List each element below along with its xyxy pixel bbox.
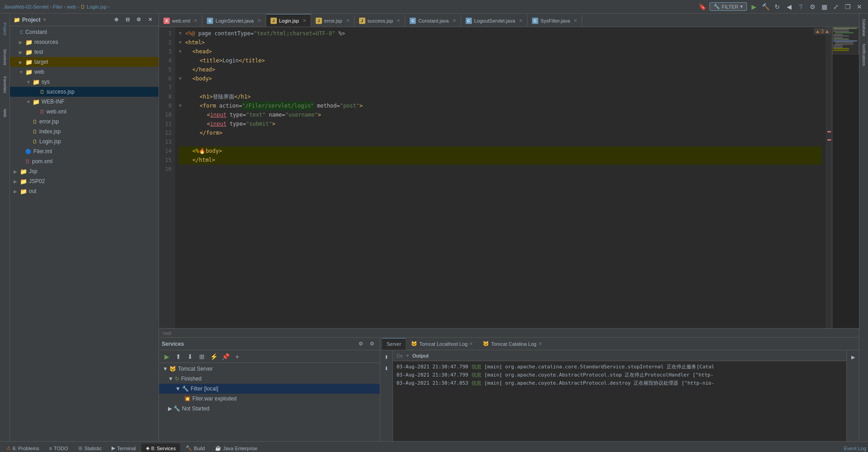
tab-error-jsp[interactable]: J error.jsp ✕: [311, 14, 355, 27]
tree-item-test[interactable]: ▶ 📁 test: [10, 47, 159, 57]
minimap-viewport[interactable]: [832, 27, 859, 54]
btm-tab-services[interactable]: ◈ 8: Services: [141, 443, 180, 452]
services-config-icon[interactable]: ⚙: [367, 339, 377, 349]
svc-tomcat-server[interactable]: ▼ 🐱 Tomcat Server: [159, 364, 380, 374]
log-scroll-right-icon[interactable]: ▶: [848, 352, 858, 362]
tab-login-jsp[interactable]: J Login.jsp ✕: [266, 14, 311, 27]
collapse-icon[interactable]: ⊟: [122, 15, 132, 25]
nav-back-icon[interactable]: ◀: [784, 2, 794, 12]
folder-icon: 📁: [25, 39, 33, 46]
align-top-icon[interactable]: ⬆: [173, 352, 183, 362]
tab-close-icon[interactable]: ✕: [538, 341, 542, 346]
tree-item-jsp[interactable]: ▶ 📁 Jsp: [10, 166, 159, 176]
restore-icon[interactable]: ❐: [843, 2, 853, 12]
tab-close-icon[interactable]: ✕: [469, 341, 473, 346]
tree-item-login-jsp[interactable]: 🗋 Login.jsp: [10, 137, 159, 146]
side-tab-notifications[interactable]: Notifications: [861, 40, 867, 70]
tree-item-out[interactable]: ▶ 📁 out: [10, 186, 159, 196]
close-icon[interactable]: ✕: [854, 2, 864, 12]
bookmark-icon[interactable]: 🔖: [698, 2, 708, 12]
tree-item-sys[interactable]: ▼ 📁 sys: [10, 77, 159, 87]
btm-tab-terminal[interactable]: ▶ Terminal: [107, 443, 140, 452]
svc-filer-war[interactable]: 💥 Filer:war exploded: [159, 394, 380, 404]
btm-tab-problems[interactable]: ⚠ 6: Problems: [2, 443, 44, 452]
tab-web-xml[interactable]: X web.xml ✕: [159, 14, 202, 27]
side-tab-database[interactable]: Database: [861, 15, 867, 40]
run-all-icon[interactable]: ▶: [162, 352, 172, 362]
tab-close-icon[interactable]: ✕: [397, 18, 400, 23]
svc-not-started[interactable]: ▶ 🔧 Not Started: [159, 404, 380, 414]
locate-icon[interactable]: ⊕: [111, 15, 121, 25]
vtab-web[interactable]: Web: [0, 99, 9, 127]
tab-close-icon[interactable]: ✕: [257, 18, 261, 23]
tree-item-success-jsp[interactable]: 🗋 success.jsp: [10, 87, 159, 97]
tab-close-icon[interactable]: ✕: [346, 18, 350, 23]
tab-close-icon[interactable]: ✕: [453, 18, 456, 23]
btm-tab-statistic[interactable]: ◎ Statistic: [74, 443, 107, 452]
help-icon[interactable]: ?: [796, 2, 806, 12]
filter-button[interactable]: 🔧 FILTER ▾: [709, 2, 747, 11]
tab-close-icon[interactable]: ✕: [574, 18, 577, 23]
project-settings-icon[interactable]: ⚙: [134, 15, 144, 25]
event-log-link[interactable]: Event Log: [844, 446, 866, 451]
btm-tab-build[interactable]: 🔨 Build: [181, 443, 209, 452]
folder-icon: 📁: [14, 17, 20, 23]
project-close-icon[interactable]: ✕: [145, 15, 155, 25]
tree-item-web-xml[interactable]: 🗋 web.xml: [10, 107, 159, 117]
code-content[interactable]: ▼ <%@ page contentType="text/html;charse…: [175, 27, 826, 328]
tree-item-web-inf[interactable]: ▼ 📁 WEB-INF: [10, 97, 159, 107]
tab-logoutservlet[interactable]: C LogoutServlet.java ✕: [461, 14, 527, 27]
tree-item-pom-xml[interactable]: 🗋 pom.xml: [10, 156, 159, 166]
tab-constant-java[interactable]: C Constant.java ✕: [405, 14, 461, 27]
btm-tab-todo[interactable]: ≡ TODO: [45, 444, 73, 452]
log-line-2: 03-Aug-2021 21:30:47.799 信息 [main] org.a…: [397, 371, 843, 379]
add-svc-icon[interactable]: +: [232, 352, 242, 362]
run-icon[interactable]: ▶: [749, 2, 759, 12]
tab-loginservlet[interactable]: C LoginServlet.java ✕: [202, 14, 266, 27]
bc-file-icon: 🗋: [80, 4, 85, 9]
tree-item-index-jsp[interactable]: 🗋 index.jsp: [10, 127, 159, 137]
vtab-structure[interactable]: Structure: [0, 43, 9, 71]
align-bottom-icon[interactable]: ⬇: [185, 352, 195, 362]
settings-icon[interactable]: ⚙: [807, 2, 817, 12]
reload-icon[interactable]: ↻: [772, 2, 782, 12]
tab-close-icon[interactable]: ✕: [519, 18, 523, 23]
pin-icon[interactable]: 📌: [220, 352, 230, 362]
tab-success-jsp[interactable]: J success.jsp ✕: [355, 14, 406, 27]
tree-item-filer-iml[interactable]: 🔵 Filer.iml: [10, 146, 159, 156]
bc-login-jsp[interactable]: Login.jsp: [87, 4, 107, 9]
tree-item-resources[interactable]: ▶ 📁 resources: [10, 37, 159, 47]
scroll-up-icon[interactable]: ⬆: [382, 352, 392, 362]
layout-icon[interactable]: ▦: [819, 2, 829, 12]
vtab-favorites[interactable]: Favorites: [0, 71, 9, 99]
svc-filter-local[interactable]: ▼ 🔧 Filter [local]: [159, 384, 380, 394]
tree-item-web[interactable]: ▼ 📁 web: [10, 67, 159, 77]
btm-tab-java-enterprise[interactable]: ☕ Java Enterprise: [210, 443, 262, 452]
tree-item-constant[interactable]: C Constant: [10, 27, 159, 37]
bc-project[interactable]: JavaWeb-02-Servlet: [4, 4, 48, 9]
log-tab-catalina[interactable]: 🐱 Tomcat Catalina Log ✕: [478, 338, 546, 350]
log-tab-localhost[interactable]: 🐱 Tomcat Localhost Log ✕: [406, 338, 477, 350]
tree-item-target[interactable]: ▶ 📁 target: [10, 57, 159, 67]
filter-svc-icon[interactable]: ⚡: [209, 352, 219, 362]
svc-finished[interactable]: ▼ ↻ Finished: [159, 374, 380, 384]
tree-item-jsp02[interactable]: ▶ 📁 JSP02: [10, 176, 159, 186]
bc-filer[interactable]: Filer: [53, 4, 62, 9]
warn-count[interactable]: ▲ 3 ▲: [814, 28, 831, 34]
log-right-toolbar: ▶: [846, 350, 859, 441]
services-settings-icon[interactable]: ⚙: [356, 339, 366, 349]
code-line-13: [179, 137, 822, 146]
bc-web[interactable]: web: [67, 4, 76, 9]
tab-close-icon[interactable]: ✕: [303, 18, 306, 23]
scroll-down-icon[interactable]: ⬇: [382, 363, 392, 373]
expand-icon[interactable]: ⤢: [831, 2, 841, 12]
tab-sysfilter[interactable]: C SysFilter.java ✕: [527, 14, 582, 27]
tree-item-error-jsp[interactable]: 🗋 error.jsp: [10, 117, 159, 127]
build-icon[interactable]: 🔨: [761, 2, 770, 12]
group-icon[interactable]: ⊞: [197, 352, 207, 362]
code-line-6: ▼ <body>: [179, 74, 822, 83]
tab-close-icon[interactable]: ✕: [194, 18, 197, 23]
vtab-project[interactable]: Project: [0, 15, 9, 42]
log-tab-server[interactable]: Server: [382, 338, 406, 350]
chevron-down-icon[interactable]: ▾: [406, 353, 409, 358]
